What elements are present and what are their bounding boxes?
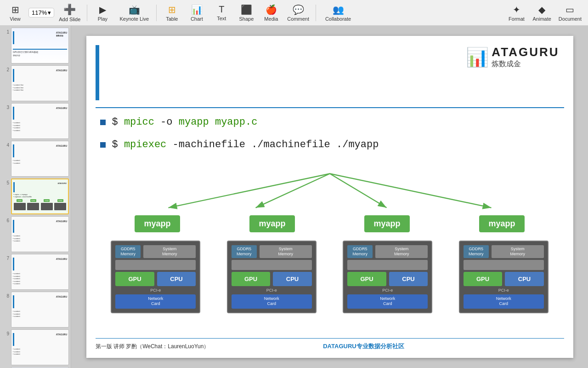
view-button[interactable]: ⊞ View — [4, 2, 27, 23]
gpu-box-4: GPU — [464, 272, 503, 286]
slide-thumb-5[interactable]: 5 ATAGURU • mpicc -o myapp• mpiexec -mac… — [2, 178, 69, 214]
media-label: Media — [264, 16, 278, 22]
table-button[interactable]: ⊞ Table — [160, 2, 183, 23]
table-label: Table — [166, 16, 178, 22]
footer-divider — [96, 338, 564, 339]
slide-thumb-1[interactable]: 1 ATAGURU炼数成金 GPU并行计算CUDA基础课程内容 — [2, 28, 69, 63]
comment-button[interactable]: 💬 Comment — [284, 2, 312, 23]
slide-thumb-3[interactable]: 3 ATAGURU • content• content• content• c… — [2, 103, 69, 139]
slide-divider-top — [96, 107, 564, 108]
gpu-box-2: GPU — [232, 272, 271, 286]
machine-unit-3: GDDR5Memory SystemMemory GPU CPU PCI-e N… — [343, 241, 432, 313]
toolbar-divider-1 — [87, 5, 87, 21]
footer-brand: DATAGURU专业数据分析社区 — [323, 342, 404, 351]
toolbar-divider-2 — [156, 5, 157, 21]
animate-icon: ◆ — [538, 4, 545, 15]
slide-preview-9: ATAGURU • content• content• content — [11, 329, 69, 365]
gddr5-mem-4: GDDR5Memory — [464, 245, 489, 258]
zoom-control[interactable]: 117% ▾ — [28, 8, 54, 17]
slide-num-4: 4 — [2, 143, 9, 148]
bullet-text-1: $ mpicc -o myapp myapp.c — [112, 116, 258, 128]
myapp-box-2: myapp — [249, 215, 294, 232]
cpu-box-1: CPU — [157, 272, 196, 286]
logo-chart-icon: 📊 — [466, 46, 489, 68]
logo-area: 📊 ATAGURU 炼数成金 — [466, 45, 559, 69]
footer-row: 第一版 讲师 罗酌（WeChat：LaurenLuoYun） DATAGURU专… — [96, 342, 564, 351]
media-icon: 🍎 — [266, 4, 277, 15]
bullet-marker-2 — [100, 142, 106, 148]
slide-num-8: 8 — [2, 293, 9, 299]
ram-strip-1 — [115, 260, 196, 270]
slide-thumb-2[interactable]: 2 ATAGURU • content line• content line• … — [2, 65, 69, 101]
bullet-text-2: $ mpiexec -machinefile ./machinefile ./m… — [112, 139, 379, 150]
animate-label: Animate — [533, 16, 551, 22]
slide-num-2: 2 — [2, 67, 9, 72]
cpu-box-3: CPU — [389, 272, 428, 286]
gddr5-mem-2: GDDR5Memory — [232, 245, 257, 258]
machine-unit-4: GDDR5Memory SystemMemory GPU CPU PCI-e N… — [459, 241, 548, 313]
bullet-item-2: $ mpiexec -machinefile ./machinefile ./m… — [100, 139, 379, 150]
format-button[interactable]: ✦ Format — [505, 2, 528, 23]
add-slide-label: Add Slide — [59, 17, 80, 22]
view-label: View — [10, 16, 21, 22]
svg-line-4 — [330, 174, 492, 208]
format-label: Format — [509, 16, 525, 22]
add-slide-icon: ➕ — [63, 4, 76, 16]
myapp-box-3: myapp — [364, 215, 409, 232]
pcie-label-2: PCI-e — [232, 288, 312, 293]
add-slide-button[interactable]: ➕ Add Slide — [56, 2, 83, 24]
ram-strip-2 — [232, 260, 312, 270]
slide-num-7: 7 — [2, 256, 9, 261]
myapp-box-1: myapp — [135, 215, 180, 232]
comment-label: Comment — [287, 16, 309, 22]
slide-preview-5: ATAGURU • mpicc -o myapp• mpiexec -machi… — [11, 178, 69, 214]
animate-button[interactable]: ◆ Animate — [530, 2, 554, 23]
slide-thumb-4[interactable]: 4 ATAGURU • content• content — [2, 141, 69, 177]
slide-preview-2: ATAGURU • content line• content line• co… — [11, 65, 69, 101]
gddr5-mem-1: GDDR5Memory — [115, 245, 141, 258]
sys-mem-4: SystemMemory — [492, 245, 544, 258]
text-label: Text — [217, 16, 226, 21]
media-button[interactable]: 🍎 Media — [260, 2, 283, 23]
cpu-box-2: CPU — [273, 272, 312, 286]
comment-icon: 💬 — [293, 4, 304, 15]
zoom-value: 117% — [32, 9, 47, 16]
document-icon: ▭ — [565, 4, 574, 15]
chart-button[interactable]: 📊 Chart — [185, 2, 208, 23]
gpu-box-1: GPU — [115, 272, 154, 286]
play-icon: ▶ — [99, 4, 106, 15]
footer-author: 第一版 讲师 罗酌（WeChat：LaurenLuoYun） — [96, 343, 209, 351]
keynote-live-button[interactable]: 📺 Keynote Live — [116, 2, 153, 23]
slide-thumb-8[interactable]: 8 ATAGURU • content• content• content — [2, 292, 69, 328]
slide-thumb-7[interactable]: 7 ATAGURU • content• content• content• c… — [2, 254, 69, 290]
network-card-1: NetworkCard — [115, 294, 196, 309]
document-button[interactable]: ▭ Document — [556, 2, 584, 23]
play-button[interactable]: ▶ Play — [91, 2, 114, 23]
slide-thumb-6[interactable]: 6 ATAGURU • content• content• content — [2, 216, 69, 252]
shape-button[interactable]: ⬛ Shape — [235, 2, 258, 23]
network-card-4: NetworkCard — [464, 294, 544, 309]
slide-footer: 第一版 讲师 罗酌（WeChat：LaurenLuoYun） DATAGURU专… — [96, 338, 564, 351]
network-card-3: NetworkCard — [347, 294, 428, 309]
bullet-marker-1 — [100, 120, 106, 125]
collaborate-icon: 👥 — [333, 4, 344, 15]
pcie-label-4: PCI-e — [464, 288, 544, 293]
pcie-label-3: PCI-e — [347, 288, 428, 293]
collaborate-button[interactable]: 👥 Collaborate — [320, 2, 356, 23]
slide-num-6: 6 — [2, 218, 9, 223]
slide-thumb-9[interactable]: 9 ATAGURU • content• content• content — [2, 329, 69, 365]
machine-row: GDDR5Memory SystemMemory GPU CPU PCI-e N… — [100, 241, 560, 313]
slide-num-9: 9 — [2, 331, 9, 336]
bullet-list: $ mpicc -o myapp myapp.c $ mpiexec -mach… — [100, 116, 379, 161]
keynote-live-icon: 📺 — [129, 4, 140, 15]
keynote-live-label: Keynote Live — [120, 16, 149, 22]
toolbar-divider-3 — [316, 5, 316, 21]
svg-line-2 — [255, 174, 330, 208]
sys-mem-3: SystemMemory — [375, 245, 428, 258]
play-label: Play — [98, 16, 107, 22]
text-button[interactable]: T Text — [210, 2, 233, 23]
machine-unit-2: GDDR5Memory SystemMemory GPU CPU PCI-e N… — [227, 241, 317, 313]
ram-strip-4 — [464, 260, 544, 270]
sys-mem-2: SystemMemory — [260, 245, 312, 258]
main-area: 1 ATAGURU炼数成金 GPU并行计算CUDA基础课程内容 2 ATAGUR… — [0, 26, 588, 368]
